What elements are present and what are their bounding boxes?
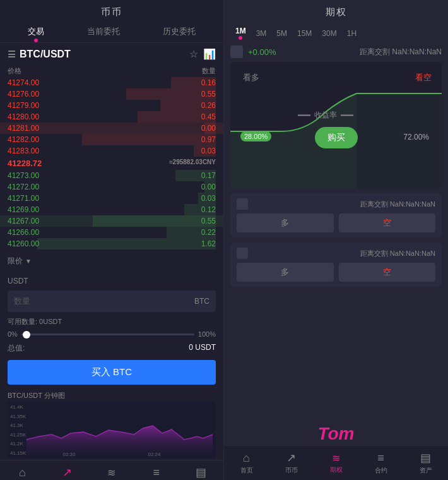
buy-order-4: 41269.00 0.12 bbox=[0, 204, 223, 215]
buy-order-2: 41272.00 0.00 bbox=[0, 181, 223, 193]
ob-price-header: 价格 bbox=[8, 66, 21, 76]
chart-container: 41.4K 41.35K 41.3K 41.25K 41.2K 41.15K bbox=[8, 402, 216, 459]
mid-price: 41228.72 bbox=[8, 159, 42, 168]
home-icon-right: ⌂ bbox=[243, 452, 250, 465]
chart-pct-left: 28.00% bbox=[240, 131, 271, 141]
yield-dash-right bbox=[341, 114, 353, 116]
nav-contract-label-right: 合约 bbox=[375, 466, 387, 475]
nav-home-right[interactable]: ⌂ 首页 bbox=[240, 452, 253, 475]
right-spacer bbox=[224, 289, 448, 421]
mid-price-row: 41228.72 ≈295882.03CNY bbox=[0, 157, 223, 170]
options-chart-svg bbox=[230, 62, 442, 188]
order-type-label: 限价 bbox=[8, 256, 23, 267]
slider-track[interactable] bbox=[21, 333, 194, 335]
contract-icon-right: ≡ bbox=[377, 452, 384, 465]
nav-coin-label-right: 币币 bbox=[285, 466, 298, 475]
chart-icon[interactable]: 📊 bbox=[203, 48, 216, 60]
options-pct: +0.00% bbox=[248, 47, 276, 57]
card2-bull-button[interactable]: 多 bbox=[237, 263, 334, 282]
buy-order-6: 41266.00 0.22 bbox=[0, 227, 223, 238]
nav-contract-right[interactable]: ≡ 合约 bbox=[375, 452, 387, 475]
chart-title: BTC/USDT 分钟图 bbox=[8, 391, 216, 400]
sell-orders: 41274.00 0.16 41276.00 0.55 41279.00 0.2… bbox=[0, 77, 223, 157]
yield-text: 收益率 bbox=[314, 110, 337, 121]
buy-order-3: 41271.00 0.03 bbox=[0, 193, 223, 204]
options-icon-right: ≋ bbox=[332, 452, 340, 464]
ob-qty-header: 数量 bbox=[202, 66, 216, 76]
y-label-3: 41.3K bbox=[10, 423, 26, 428]
mid-price-cny: ≈295882.03CNY bbox=[169, 159, 216, 168]
options-buy-button[interactable]: 购买 bbox=[315, 127, 358, 148]
qty-placeholder: 数量 bbox=[14, 296, 194, 307]
chart-section: BTC/USDT 分钟图 41.4K 41.35K 41.3K 41.25K 4… bbox=[0, 390, 223, 460]
chart-y-labels: 41.4K 41.35K 41.3K 41.25K 41.2K 41.15K bbox=[10, 402, 26, 459]
y-label-2: 41.35K bbox=[10, 414, 26, 419]
card2-top-row: 距离交割 NaN:NaN:NaN bbox=[237, 248, 435, 259]
tf-5m[interactable]: 5M bbox=[271, 27, 292, 40]
yield-dash-left bbox=[298, 114, 310, 116]
nav-home-left[interactable]: ⌂ 首页 bbox=[16, 466, 28, 481]
nav-coin-right[interactable]: ↗ 币币 bbox=[285, 451, 298, 475]
slider-thumb[interactable] bbox=[23, 331, 30, 339]
nav-contract-left[interactable]: ≡ 合约 bbox=[150, 466, 163, 481]
slider-row: 0% 100% bbox=[0, 329, 223, 342]
nav-assets-right[interactable]: ▤ 资产 bbox=[420, 451, 432, 475]
options-chart: 看多 看空 收益率 28.00% 72.00% 购买 bbox=[230, 62, 442, 188]
nav-assets-label-right: 资产 bbox=[420, 466, 432, 475]
tf-1h[interactable]: 1H bbox=[342, 27, 362, 40]
confirm-buy-button[interactable]: 买入 BTC bbox=[8, 360, 216, 385]
buy-order-1: 41273.00 0.17 bbox=[0, 170, 223, 181]
sell-order-2: 41276.00 0.55 bbox=[0, 88, 223, 100]
tf-15m[interactable]: 15M bbox=[292, 27, 317, 40]
sell-order-5: 41281.00 0.00 bbox=[0, 123, 223, 134]
options-card-2: 距离交割 NaN:NaN:NaN 多 空 bbox=[230, 243, 442, 287]
x-label-1: 02:20 bbox=[62, 452, 75, 457]
total-value: 0 USDT bbox=[189, 343, 216, 354]
sell-order-4: 41280.00 0.45 bbox=[0, 111, 223, 123]
tf-1m[interactable]: 1M bbox=[230, 25, 251, 42]
chart-pct-right: 72.00% bbox=[403, 133, 429, 141]
sell-order-7: 41283.00 0.03 bbox=[0, 145, 223, 157]
coin-icon: ↗ bbox=[62, 465, 72, 479]
tab-current-orders[interactable]: 当前委托 bbox=[87, 26, 120, 42]
star-icon[interactable]: ☆ bbox=[189, 48, 198, 60]
options-distance: 距离交割 NaN:NaN:NaN bbox=[360, 47, 442, 57]
assets-icon-left: ▤ bbox=[196, 465, 206, 479]
qty-input-row[interactable]: 数量 BTC bbox=[8, 291, 216, 312]
tab-history-orders[interactable]: 历史委托 bbox=[163, 26, 196, 42]
buy-order-5: 41267.00 0.55 bbox=[0, 215, 223, 227]
tf-30m[interactable]: 30M bbox=[317, 27, 341, 40]
nav-coin-left[interactable]: ↗ 币币 bbox=[61, 465, 73, 480]
options-icon-left: ≋ bbox=[107, 467, 115, 479]
sell-order-6: 41282.00 0.97 bbox=[0, 134, 223, 145]
card1-bear-button[interactable]: 空 bbox=[339, 213, 436, 232]
contract-icon-left: ≡ bbox=[153, 466, 160, 479]
home-icon: ⌂ bbox=[19, 466, 26, 479]
qty-unit: BTC bbox=[194, 297, 209, 306]
order-type-row: 限价 ▼ bbox=[0, 253, 223, 269]
y-label-1: 41.4K bbox=[10, 404, 26, 410]
right-header: 期权 bbox=[224, 0, 448, 22]
nav-options-label-right: 期权 bbox=[330, 465, 343, 474]
y-label-4: 41.25K bbox=[10, 432, 26, 438]
right-bottom-nav: ⌂ 首页 ↗ 币币 ≋ 期权 ≡ 合约 ▤ 资产 bbox=[224, 445, 448, 480]
ob-header: 价格 数量 bbox=[0, 65, 223, 77]
tab-trade[interactable]: 交易 bbox=[28, 26, 44, 42]
card2-distance: 距离交割 NaN:NaN:NaN bbox=[360, 249, 435, 258]
nav-assets-left[interactable]: ▤ 资产 bbox=[195, 465, 208, 480]
tf-3m[interactable]: 3M bbox=[251, 27, 272, 40]
buy-orders: 41273.00 0.17 41272.00 0.00 41271.00 0.0… bbox=[0, 170, 223, 249]
options-card-1: 距离交割 NaN:NaN:NaN 多 空 bbox=[230, 193, 442, 237]
timeframe-row: 1M 3M 5M 15M 30M 1H bbox=[224, 22, 448, 44]
options-img bbox=[230, 45, 243, 58]
nav-home-label-right: 首页 bbox=[240, 466, 253, 475]
nav-options-left[interactable]: ≋ 期权 bbox=[105, 467, 118, 481]
pair-name[interactable]: ☰ BTC/USDT bbox=[8, 49, 71, 60]
nav-options-right[interactable]: ≋ 期权 bbox=[330, 452, 343, 474]
chart-svg bbox=[27, 402, 216, 459]
chart-bearish-label: 看空 bbox=[415, 72, 432, 83]
y-label-5: 41.2K bbox=[10, 441, 26, 447]
card1-bull-button[interactable]: 多 bbox=[237, 213, 334, 232]
order-type-chevron: ▼ bbox=[25, 258, 32, 265]
card2-bear-button[interactable]: 空 bbox=[339, 263, 436, 282]
